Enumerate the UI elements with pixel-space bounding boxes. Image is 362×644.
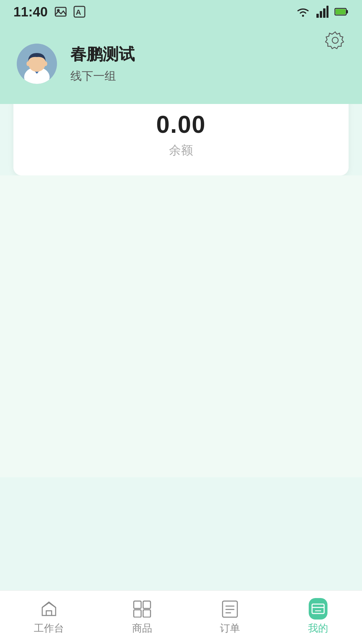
profile-row: 春鹏测试 线下一组 xyxy=(17,44,345,84)
svg-rect-22 xyxy=(143,610,150,617)
signal-icon xyxy=(316,6,328,18)
status-right-icons xyxy=(296,6,349,18)
main-content xyxy=(0,175,362,477)
battery-icon xyxy=(335,7,349,16)
svg-point-4 xyxy=(302,15,304,17)
workbench-icon xyxy=(40,599,58,618)
balance-card: 0.00 余额 xyxy=(13,94,349,175)
avatar xyxy=(17,44,57,84)
products-icon xyxy=(133,599,152,618)
balance-amount: 0.00 xyxy=(156,111,206,138)
image-status-icon xyxy=(54,5,67,18)
svg-rect-27 xyxy=(312,604,324,613)
svg-marker-12 xyxy=(325,32,344,49)
status-time: 11:40 xyxy=(13,4,48,19)
svg-rect-11 xyxy=(336,9,346,14)
nav-label-workbench: 工作台 xyxy=(34,622,64,635)
font-status-icon: A xyxy=(73,5,86,18)
balance-label: 余额 xyxy=(169,142,193,159)
profile-info: 春鹏测试 线下一组 xyxy=(70,44,135,84)
wifi-icon xyxy=(296,6,310,18)
svg-text:A: A xyxy=(76,8,81,16)
nav-item-orders[interactable]: 订单 xyxy=(206,596,253,639)
nav-item-products[interactable]: 商品 xyxy=(119,596,166,639)
nav-label-orders: 订单 xyxy=(220,622,240,635)
svg-rect-8 xyxy=(326,6,328,18)
nav-label-products: 商品 xyxy=(132,622,152,635)
settings-button[interactable] xyxy=(325,30,345,50)
svg-rect-10 xyxy=(346,10,348,13)
mine-icon xyxy=(309,599,327,618)
nav-item-workbench[interactable]: 工作台 xyxy=(20,596,77,639)
header: 春鹏测试 线下一组 xyxy=(0,23,362,104)
bottom-nav: 工作台 商品 订单 xyxy=(0,590,362,644)
svg-rect-7 xyxy=(323,8,325,18)
svg-rect-20 xyxy=(143,601,150,608)
svg-rect-6 xyxy=(320,11,322,18)
nav-label-mine: 我的 xyxy=(308,622,328,635)
status-left-icons: A xyxy=(54,5,86,18)
profile-name: 春鹏测试 xyxy=(70,44,135,65)
svg-rect-21 xyxy=(134,610,141,617)
svg-rect-5 xyxy=(316,14,319,18)
orders-icon xyxy=(221,599,239,618)
nav-item-mine[interactable]: 我的 xyxy=(295,596,342,639)
svg-point-18 xyxy=(44,61,47,66)
svg-point-13 xyxy=(332,37,338,43)
status-bar: 11:40 A xyxy=(0,0,362,23)
profile-group: 线下一组 xyxy=(70,68,135,84)
svg-point-17 xyxy=(26,61,30,66)
svg-rect-19 xyxy=(134,601,141,608)
